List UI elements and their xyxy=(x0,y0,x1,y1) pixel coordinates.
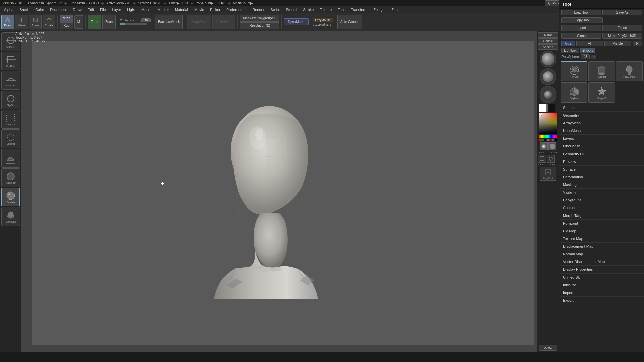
menu-color[interactable]: Color xyxy=(33,7,47,12)
menu-script[interactable]: Script xyxy=(268,7,282,12)
polysphere-r-button[interactable]: R xyxy=(591,55,597,59)
geometry-item[interactable]: Geometry xyxy=(559,112,644,119)
tool-export-item[interactable]: Export xyxy=(559,297,644,304)
append-button[interactable]: Append xyxy=(538,44,558,50)
copy-tool-button[interactable]: Copy Tool xyxy=(561,17,603,23)
zadd-button[interactable]: Zadd xyxy=(88,15,101,29)
menu-stroke[interactable]: Stroke xyxy=(300,7,316,12)
maskelair-brush[interactable]: Maskelair xyxy=(1,168,20,187)
make-polymesh-button[interactable]: Make PolyMesh3D xyxy=(602,33,642,39)
subtool-item[interactable]: Subtool xyxy=(559,104,644,112)
save-as-button[interactable]: Save As xyxy=(602,10,642,15)
menu-picker[interactable]: Picker xyxy=(207,7,223,12)
color-blue[interactable] xyxy=(544,139,546,141)
menu-file[interactable]: File xyxy=(97,7,109,12)
deformation-item[interactable]: Deformation xyxy=(559,173,644,181)
texture-map-item[interactable]: Texture Map xyxy=(559,235,644,243)
selectr-brush[interactable]: SelectR xyxy=(1,129,20,148)
mirror-button[interactable]: Mirror xyxy=(538,32,558,38)
auto-groups-button[interactable]: Auto Groups xyxy=(337,15,362,29)
unified-skin-item[interactable]: Unified Skin xyxy=(559,274,644,281)
menu-movie[interactable]: Movie xyxy=(192,7,207,12)
fibermesh-item[interactable]: FiberMesh xyxy=(559,142,644,150)
menu-draw[interactable]: Draw xyxy=(70,7,84,12)
polysphere-thumb[interactable]: PolySph xyxy=(561,61,587,81)
color-red[interactable] xyxy=(539,139,541,141)
menu-zplugin[interactable]: Zplugin xyxy=(371,7,388,12)
morph-target-item[interactable]: Morph Target xyxy=(559,212,644,220)
canvas-area[interactable] xyxy=(21,31,537,352)
surface-item[interactable]: Surface xyxy=(559,166,644,173)
lightbox-button[interactable]: Lightbox xyxy=(561,48,579,53)
nanomesh-item[interactable]: NanoMesh xyxy=(559,127,644,135)
alpha-0[interactable] xyxy=(540,142,548,150)
clay-buildup-brush[interactable]: ClayBuild xyxy=(1,207,20,226)
3d-viewport[interactable] xyxy=(32,41,534,345)
rotate-tool-button[interactable]: Rotate xyxy=(43,15,55,29)
brush-size-medium[interactable] xyxy=(540,68,556,85)
color-gray[interactable] xyxy=(552,139,554,141)
polygroups-item[interactable]: Polygroups xyxy=(559,196,644,204)
goz-button[interactable]: GoZ xyxy=(561,41,575,46)
tools-button[interactable]: ▶Tools xyxy=(580,48,595,53)
preview-item[interactable]: Preview xyxy=(559,158,644,166)
tamp-button[interactable] xyxy=(547,155,555,163)
menu-marker[interactable]: Marker xyxy=(155,7,172,12)
layers-item[interactable]: Layers xyxy=(559,135,644,142)
clone-button[interactable]: Clone xyxy=(561,33,601,39)
menu-preferences[interactable]: Preferences xyxy=(224,7,249,12)
maskepa-brush[interactable]: MaskePa xyxy=(1,149,20,168)
mrgb-button[interactable]: Mrgb xyxy=(60,15,73,22)
fg-color-swatch[interactable] xyxy=(539,104,547,112)
polymesh-head-thumb[interactable]: PolySphere xyxy=(616,61,643,81)
menu-light[interactable]: Light xyxy=(124,7,138,12)
menu-tool[interactable]: Tool xyxy=(335,7,347,12)
mask-polygroups-button[interactable]: Mask By Polygroups 0 xyxy=(240,15,279,22)
display-properties-item[interactable]: Display Properties xyxy=(559,266,644,274)
menu-layer[interactable]: Layer xyxy=(109,7,124,12)
clipcurv-brush[interactable]: ClipCurv xyxy=(1,71,20,90)
selectla-brush[interactable]: SelectLa xyxy=(1,110,20,129)
arraymesh-item[interactable]: ArrayMesh xyxy=(559,119,644,127)
brush-size-small[interactable] xyxy=(540,86,556,103)
move-tool-button[interactable]: Move xyxy=(15,15,28,29)
cliprect-brush[interactable]: ClipRect xyxy=(1,52,20,70)
contact-item[interactable]: Contact xyxy=(559,204,644,212)
masking-item[interactable]: Masking xyxy=(559,181,644,189)
menu-stencil[interactable]: Stencil xyxy=(283,7,300,12)
zsub-button[interactable]: Zsub xyxy=(102,15,116,29)
geometry-hd-item[interactable]: Geometry HD xyxy=(559,150,644,158)
uv-map-item[interactable]: UV Map xyxy=(559,227,644,235)
normal-map-item[interactable]: Normal Map xyxy=(559,250,644,258)
menu-brush[interactable]: Brush xyxy=(17,7,32,12)
menu-material[interactable]: Material xyxy=(172,7,191,12)
rgb-button[interactable]: Rgb xyxy=(60,22,73,29)
menu-zscript[interactable]: Zscript xyxy=(389,7,405,12)
stencil-button[interactable] xyxy=(538,155,546,163)
draw-tool-button[interactable]: Draw xyxy=(1,15,14,29)
r-button[interactable]: R xyxy=(633,41,642,46)
split-hidden-button[interactable]: SplitHidden xyxy=(212,15,235,29)
dynmesh-button[interactable]: DynaMesh xyxy=(284,18,309,25)
simpleb-thumb[interactable]: SimpleB xyxy=(588,82,615,103)
menu-macro[interactable]: Macro xyxy=(139,7,154,12)
menu-transform[interactable]: Transform xyxy=(348,7,370,12)
visibility-item[interactable]: Visibility xyxy=(559,189,644,196)
resolution-button[interactable]: Resolution 32 xyxy=(240,22,279,29)
initialize-item[interactable]: Initialize xyxy=(559,281,644,289)
lazymouse-button[interactable]: LazyMouse xyxy=(313,18,333,22)
z-intensity-slider[interactable] xyxy=(120,23,147,25)
polypaint-item[interactable]: Polypaint xyxy=(559,220,644,227)
load-tool-button[interactable]: Load Tool xyxy=(561,10,601,15)
double-button[interactable]: Double xyxy=(538,38,558,44)
vector-displacement-map-item[interactable]: Vector Displacement Map xyxy=(559,258,644,266)
drag-indicator-button[interactable]: DragRect xyxy=(540,167,556,181)
displacement-map-item[interactable]: Displacement Map xyxy=(559,243,644,250)
all-button[interactable]: All xyxy=(576,41,603,46)
cylinder-thumb[interactable]: Cylinder xyxy=(588,61,615,81)
backface-mask-button[interactable]: BackfaceMask xyxy=(155,15,183,29)
color-yellow[interactable] xyxy=(547,139,549,141)
hue-bar[interactable] xyxy=(539,135,557,138)
alpha-6[interactable] xyxy=(548,142,556,150)
import-button[interactable]: Import xyxy=(561,25,601,31)
